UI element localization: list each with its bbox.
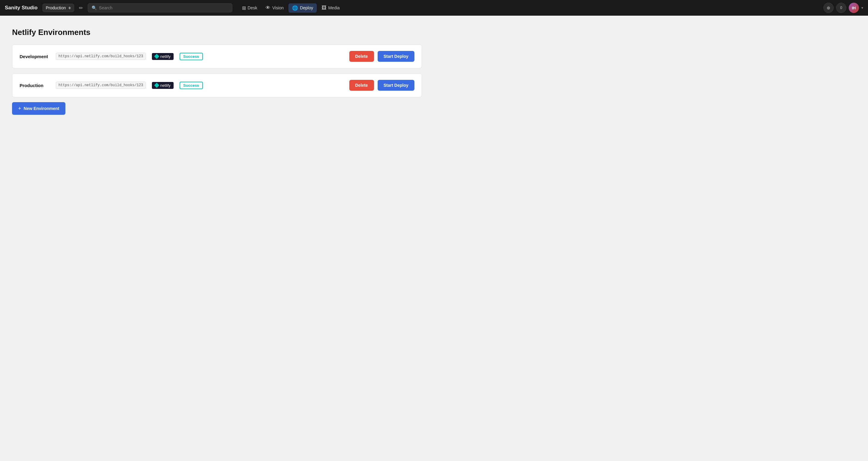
vision-icon: 👁 [266,5,270,10]
nav-label-media: Media [328,5,340,10]
netlify-label-production: netlify [160,83,170,88]
start-deploy-button-development[interactable]: Start Deploy [378,51,414,62]
env-name-production: Production [20,83,50,88]
new-environment-button[interactable]: + New Environment [12,102,65,115]
status-badge-production: Success [180,82,203,89]
status-badge-development: Success [180,53,203,60]
nav-item-desk[interactable]: ⊞ Desk [239,3,261,13]
media-icon: 🖼 [321,5,327,10]
environment-card-production: Production https://api.netlify.com/build… [12,73,422,97]
env-name-development: Development [20,54,50,59]
navbar-right: ⊛ 0 IH ▾ [824,3,863,13]
avatar[interactable]: IH [849,3,859,13]
page-title: Netlify Environments [12,28,422,37]
notification-badge[interactable]: 0 [836,3,846,13]
desk-icon: ⊞ [242,5,246,11]
edit-icon[interactable]: ✏ [78,4,84,12]
start-deploy-button-production[interactable]: Start Deploy [378,80,414,91]
env-content-development: Development https://api.netlify.com/buil… [12,47,349,66]
chevron-down-icon: ▾ [861,6,863,10]
environment-card-development: Development https://api.netlify.com/buil… [12,44,422,68]
env-url-production: https://api.netlify.com/build_hooks/123 [56,82,146,89]
avatar-initials: IH [852,6,856,10]
nav-label-deploy: Deploy [300,5,313,10]
nav-item-media[interactable]: 🖼 Media [318,3,343,12]
nav-label-vision: Vision [272,5,284,10]
search-input[interactable] [99,5,228,10]
env-content-production: Production https://api.netlify.com/build… [12,75,349,95]
new-environment-label: New Environment [24,106,59,111]
netlify-diamond-icon-development [154,54,159,59]
nav-item-deploy[interactable]: 🌐 Deploy [288,3,317,13]
netlify-badge-production: netlify [152,82,174,89]
navbar: Sanity Studio Production ✏ 🔍 ⊞ Desk 👁 Vi… [0,0,868,16]
environment-cards-container: Development https://api.netlify.com/buil… [12,44,422,97]
nav-item-vision[interactable]: 👁 Vision [262,3,287,12]
plus-icon: + [18,106,22,111]
delete-button-production[interactable]: Delete [349,80,374,91]
nav-label-desk: Desk [248,5,257,10]
env-url-development: https://api.netlify.com/build_hooks/123 [56,53,146,60]
extensions-icon-btn[interactable]: ⊛ [824,3,834,13]
workspace-chevrons-icon [68,7,71,9]
search-icon: 🔍 [92,5,97,10]
deploy-icon: 🌐 [292,5,298,11]
notification-count: 0 [840,6,842,10]
netlify-badge-development: netlify [152,53,174,60]
main-content: Netlify Environments Development https:/… [0,16,434,127]
env-actions-production: Delete Start Deploy [349,74,422,97]
workspace-label: Production [46,5,66,10]
app-brand: Sanity Studio [5,5,38,11]
extensions-icon: ⊛ [827,5,830,10]
netlify-label-development: netlify [160,54,170,59]
netlify-diamond-icon-production [154,83,159,88]
delete-button-development[interactable]: Delete [349,51,374,62]
env-actions-development: Delete Start Deploy [349,45,422,68]
workspace-selector[interactable]: Production [42,4,74,12]
nav-items: ⊞ Desk 👁 Vision 🌐 Deploy 🖼 Media [239,3,344,13]
search-bar[interactable]: 🔍 [88,3,232,12]
